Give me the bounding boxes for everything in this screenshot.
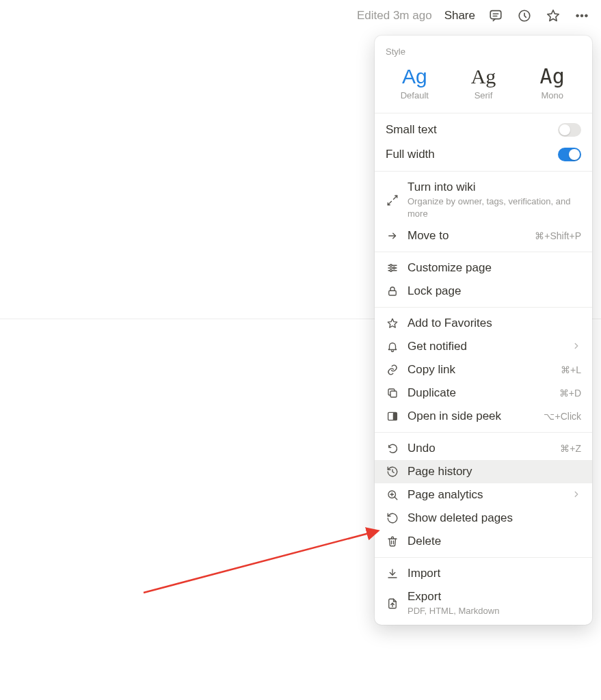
link-icon: [386, 363, 399, 377]
menu-undo-label: Undo: [408, 442, 552, 455]
small-text-toggle-row[interactable]: Small text: [375, 118, 592, 142]
menu-customize-label: Customize page: [408, 261, 581, 275]
svg-point-6: [580, 14, 583, 17]
svg-point-13: [390, 265, 392, 267]
menu-export-label: Export: [408, 590, 581, 604]
section-wiki-move: Turn into wiki Organize by owner, tags, …: [375, 171, 592, 252]
lock-icon: [386, 284, 399, 298]
chevron-right-icon: [572, 489, 581, 501]
duplicate-icon: [386, 386, 399, 400]
small-text-toggle[interactable]: [558, 123, 581, 137]
menu-move-to[interactable]: Move to ⌘+Shift+P: [375, 224, 592, 247]
style-options-row: Ag Default Ag Serif Ag Mono: [375, 64, 592, 105]
menu-deleted-label: Show deleted pages: [408, 511, 581, 525]
star-icon[interactable]: [545, 8, 561, 24]
style-sample-serif: Ag: [449, 65, 518, 88]
menu-delete[interactable]: Delete: [375, 530, 592, 553]
wiki-icon: [386, 193, 399, 207]
menu-wiki-sub: Organize by owner, tags, verification, a…: [408, 196, 581, 219]
menu-move-shortcut: ⌘+Shift+P: [535, 230, 581, 241]
svg-point-5: [576, 14, 579, 17]
import-icon: [386, 567, 399, 580]
menu-export[interactable]: Export PDF, HTML, Markdown: [375, 585, 592, 622]
full-width-toggle-row[interactable]: Full width: [375, 142, 592, 167]
menu-undo-shortcut: ⌘+Z: [560, 443, 581, 454]
style-option-serif[interactable]: Ag Serif: [449, 64, 518, 102]
svg-point-14: [393, 267, 395, 269]
style-section-label: Style: [375, 44, 592, 64]
menu-history-label: Page history: [408, 465, 581, 479]
menu-page-history[interactable]: Page history: [375, 460, 592, 483]
menu-wiki-label: Turn into wiki: [408, 180, 581, 194]
history-icon[interactable]: [516, 8, 533, 24]
edited-label: Edited 3m ago: [357, 9, 432, 23]
menu-favorites-label: Add to Favorites: [408, 317, 581, 330]
chevron-right-icon: [572, 341, 581, 353]
style-section: Style Ag Default Ag Serif Ag Mono: [375, 36, 592, 113]
restore-icon: [386, 511, 399, 525]
svg-line-8: [394, 196, 397, 199]
style-option-mono[interactable]: Ag Mono: [518, 64, 587, 102]
section-actions: Add to Favorites Get notified Copy link …: [375, 307, 592, 432]
side-peek-icon: [386, 409, 399, 423]
small-text-label: Small text: [386, 123, 437, 137]
menu-open-side-peek[interactable]: Open in side peek ⌥+Click: [375, 405, 592, 428]
section-history: Undo ⌘+Z Page history Page analytics Sho…: [375, 432, 592, 557]
annotation-arrow: [140, 507, 386, 603]
star-outline-icon: [386, 317, 399, 330]
menu-export-sub: PDF, HTML, Markdown: [408, 605, 581, 617]
menu-show-deleted-pages[interactable]: Show deleted pages: [375, 507, 592, 530]
menu-analytics-label: Page analytics: [408, 488, 563, 502]
menu-undo[interactable]: Undo ⌘+Z: [375, 437, 592, 460]
svg-line-22: [395, 497, 397, 500]
analytics-icon: [386, 488, 399, 502]
svg-rect-18: [390, 391, 397, 397]
menu-delete-label: Delete: [408, 535, 581, 548]
menu-copy-link[interactable]: Copy link ⌘+L: [375, 358, 592, 381]
full-width-label: Full width: [386, 148, 435, 161]
style-label-default: Default: [380, 90, 449, 100]
menu-move-label: Move to: [408, 229, 526, 243]
menu-customize-page[interactable]: Customize page: [375, 256, 592, 280]
sliders-icon: [386, 261, 399, 275]
menu-copylink-shortcut: ⌘+L: [561, 364, 581, 375]
menu-duplicate-label: Duplicate: [408, 386, 551, 400]
menu-duplicate[interactable]: Duplicate ⌘+D: [375, 381, 592, 405]
toggles-section: Small text Full width: [375, 113, 592, 171]
trash-icon: [386, 535, 399, 548]
undo-icon: [386, 442, 399, 455]
topbar: Edited 3m ago Share: [357, 8, 590, 24]
menu-sidepeek-shortcut: ⌥+Click: [544, 411, 581, 422]
menu-get-notified[interactable]: Get notified: [375, 335, 592, 358]
section-customize-lock: Customize page Lock page: [375, 252, 592, 307]
comments-icon[interactable]: [488, 8, 504, 24]
page-options-menu: Style Ag Default Ag Serif Ag Mono Small …: [375, 36, 592, 625]
menu-import[interactable]: Import: [375, 562, 592, 585]
menu-lock-page[interactable]: Lock page: [375, 280, 592, 303]
svg-marker-4: [548, 10, 559, 21]
svg-marker-17: [388, 319, 397, 327]
move-icon: [386, 229, 399, 243]
page-history-icon: [386, 465, 399, 479]
svg-point-15: [390, 269, 392, 271]
share-button[interactable]: Share: [444, 9, 475, 23]
menu-notified-label: Get notified: [408, 340, 563, 353]
style-label-mono: Mono: [518, 90, 587, 100]
style-option-default[interactable]: Ag Default: [380, 64, 449, 102]
menu-turn-into-wiki[interactable]: Turn into wiki Organize by owner, tags, …: [375, 176, 592, 224]
menu-add-to-favorites[interactable]: Add to Favorites: [375, 312, 592, 335]
svg-line-9: [388, 201, 391, 204]
menu-duplicate-shortcut: ⌘+D: [559, 388, 581, 399]
menu-lock-label: Lock page: [408, 284, 581, 298]
menu-import-label: Import: [408, 567, 581, 580]
svg-rect-20: [393, 412, 397, 420]
style-label-serif: Serif: [449, 90, 518, 100]
menu-page-analytics[interactable]: Page analytics: [375, 483, 592, 507]
svg-rect-16: [389, 291, 397, 295]
more-icon[interactable]: [574, 8, 590, 24]
style-sample-mono: Ag: [518, 65, 587, 88]
svg-point-7: [585, 14, 588, 17]
full-width-toggle[interactable]: [558, 148, 581, 161]
svg-rect-0: [490, 11, 501, 19]
bell-icon: [386, 340, 399, 353]
